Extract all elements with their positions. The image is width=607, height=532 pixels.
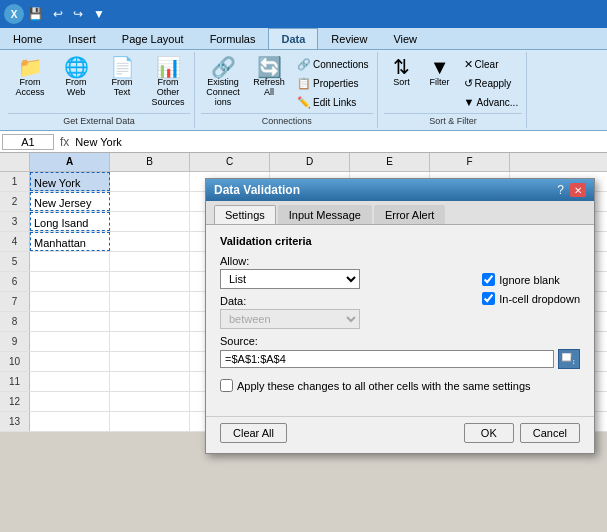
source-picker-button[interactable]: ↕ [558, 349, 580, 369]
col-header-f[interactable]: F [430, 153, 510, 171]
cell-b5[interactable] [110, 252, 190, 271]
svg-text:↕: ↕ [572, 358, 576, 365]
tab-formulas[interactable]: Formulas [197, 28, 269, 49]
refresh-all-button[interactable]: 🔄 Refresh All [247, 54, 291, 101]
advanced-icon: ▼ [464, 96, 475, 108]
cell-a12[interactable] [30, 392, 110, 411]
cell-a3[interactable]: Long Isand [30, 212, 110, 231]
cell-b2[interactable] [110, 192, 190, 211]
from-text-button[interactable]: 📄 From Text [100, 54, 144, 101]
tab-insert[interactable]: Insert [55, 28, 109, 49]
allow-select[interactable]: List [220, 269, 360, 289]
ignore-blank-label: Ignore blank [499, 274, 560, 286]
tab-data[interactable]: Data [268, 28, 318, 49]
filter-button[interactable]: ▼ Filter [422, 54, 458, 91]
tab-input-message[interactable]: Input Message [278, 205, 372, 224]
ribbon: Home Insert Page Layout Formulas Data Re… [0, 28, 607, 131]
col-header-c[interactable]: C [190, 153, 270, 171]
save-button[interactable]: 💾 [24, 5, 47, 23]
data-row: Data: between [220, 295, 470, 329]
tab-home[interactable]: Home [0, 28, 55, 49]
from-access-button[interactable]: 📁 From Access [8, 54, 52, 101]
tab-review[interactable]: Review [318, 28, 380, 49]
dialog-help-button[interactable]: ? [553, 183, 568, 197]
filter-icon: ▼ [430, 57, 450, 77]
cell-b1[interactable] [110, 172, 190, 191]
cell-a5[interactable] [30, 252, 110, 271]
cell-a2[interactable]: New Jersey [30, 192, 110, 211]
existing-connections-button[interactable]: 🔗 Existing Connections [201, 54, 245, 111]
cell-a6[interactable] [30, 272, 110, 291]
source-input[interactable] [220, 350, 554, 368]
row-header-12: 12 [0, 392, 30, 411]
customize-button[interactable]: ▼ [89, 5, 109, 23]
properties-button[interactable]: 📋 Properties [293, 75, 373, 92]
row-header-13: 13 [0, 412, 30, 431]
ok-button[interactable]: OK [464, 423, 514, 443]
row-header-9: 9 [0, 332, 30, 351]
col-header-b[interactable]: B [110, 153, 190, 171]
tab-view[interactable]: View [380, 28, 430, 49]
ignore-blank-row: Ignore blank [482, 273, 580, 286]
dialog-close-button[interactable]: ✕ [570, 183, 586, 197]
apply-changes-row: Apply these changes to all other cells w… [220, 379, 580, 392]
cell-reference-box[interactable] [2, 134, 54, 150]
cell-a4[interactable]: Manhattan [30, 232, 110, 251]
cell-b9[interactable] [110, 332, 190, 351]
cell-b3[interactable] [110, 212, 190, 231]
checkboxes-col: Ignore blank In-cell dropdown [482, 255, 580, 308]
cell-b12[interactable] [110, 392, 190, 411]
allow-row: Allow: List [220, 255, 470, 289]
tab-error-alert[interactable]: Error Alert [374, 205, 446, 224]
col-header-e[interactable]: E [350, 153, 430, 171]
cell-b7[interactable] [110, 292, 190, 311]
data-select[interactable]: between [220, 309, 360, 329]
cell-b13[interactable] [110, 412, 190, 431]
cell-a11[interactable] [30, 372, 110, 391]
tab-page-layout[interactable]: Page Layout [109, 28, 197, 49]
formula-input[interactable] [75, 136, 605, 148]
cell-a10[interactable] [30, 352, 110, 371]
row-header-6: 6 [0, 272, 30, 291]
cell-a7[interactable] [30, 292, 110, 311]
cell-a13[interactable] [30, 412, 110, 431]
row-header-1: 1 [0, 172, 30, 191]
row-header-8: 8 [0, 312, 30, 331]
clear-button[interactable]: ✕ Clear [460, 56, 523, 73]
column-headers: A B C D E F [0, 153, 607, 172]
cell-b6[interactable] [110, 272, 190, 291]
cell-a9[interactable] [30, 332, 110, 351]
cell-b4[interactable] [110, 232, 190, 251]
col-header-a[interactable]: A [30, 153, 110, 171]
clear-icon: ✕ [464, 58, 473, 71]
sort-button[interactable]: ⇅ Sort [384, 54, 420, 91]
undo-button[interactable]: ↩ [49, 5, 67, 23]
connections-small-button[interactable]: 🔗 Connections [293, 56, 373, 73]
cell-b10[interactable] [110, 352, 190, 371]
dialog-tab-bar: Settings Input Message Error Alert [206, 201, 594, 225]
cancel-button[interactable]: Cancel [520, 423, 580, 443]
from-web-button[interactable]: 🌐 From Web [54, 54, 98, 101]
in-cell-dropdown-checkbox[interactable] [482, 292, 495, 305]
dialog-footer: Clear All OK Cancel [206, 416, 594, 453]
from-other-sources-button[interactable]: 📊 From Other Sources [146, 54, 190, 111]
cell-a8[interactable] [30, 312, 110, 331]
from-text-icon: 📄 [110, 57, 135, 77]
reapply-button[interactable]: ↺ Reapply [460, 75, 523, 92]
col-header-d[interactable]: D [270, 153, 350, 171]
cell-b8[interactable] [110, 312, 190, 331]
in-cell-dropdown-row: In-cell dropdown [482, 292, 580, 305]
apply-changes-checkbox[interactable] [220, 379, 233, 392]
ignore-blank-checkbox[interactable] [482, 273, 495, 286]
tab-settings[interactable]: Settings [214, 205, 276, 224]
group-label-connections: Connections [201, 113, 373, 126]
redo-button[interactable]: ↪ [69, 5, 87, 23]
row-header-4: 4 [0, 232, 30, 251]
sort-icon: ⇅ [393, 57, 410, 77]
advanced-button[interactable]: ▼ Advanc... [460, 94, 523, 110]
clear-all-button[interactable]: Clear All [220, 423, 287, 443]
header-corner[interactable] [0, 153, 30, 171]
edit-links-button[interactable]: ✏️ Edit Links [293, 94, 373, 111]
cell-b11[interactable] [110, 372, 190, 391]
cell-a1[interactable]: New York [30, 172, 110, 191]
